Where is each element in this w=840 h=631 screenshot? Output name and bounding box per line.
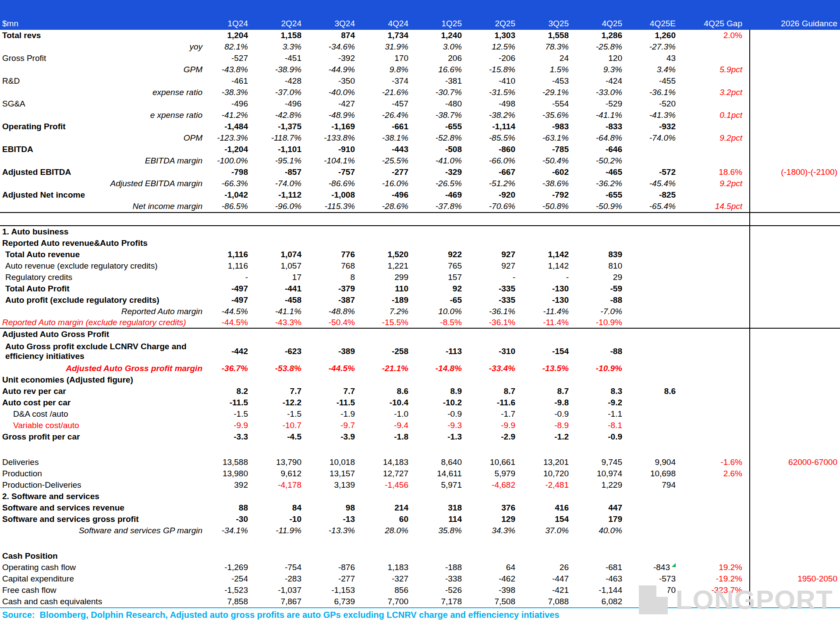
cell-value: -825 <box>659 190 676 199</box>
gap-cell: 5.9pct <box>687 65 749 74</box>
value-cell: -11.9% <box>259 526 313 535</box>
cell-value: -1,008 <box>331 190 355 199</box>
cell-value: 13,980 <box>223 469 248 478</box>
cell-value: 927 <box>501 250 515 259</box>
cell-value: -1.9 <box>340 409 355 418</box>
cell-value: 1,204 <box>227 31 248 40</box>
table-row: Regulatory credits-178299157--29 <box>0 272 840 283</box>
cell-value: -63.1% <box>542 133 569 142</box>
cell-value: 154 <box>555 514 569 524</box>
value-cell: -96.0% <box>259 202 313 211</box>
table-row: Auto rev per car8.27.77.78.68.98.78.78.3… <box>0 386 840 397</box>
value-cell: -88 <box>580 295 634 305</box>
cell-value: -602 <box>552 167 569 177</box>
table-row: Net income margin-86.5%-96.0%-115.3%-28.… <box>0 201 840 212</box>
cell-value: -9.2 <box>608 398 622 407</box>
cell-value: 8.6 <box>397 386 408 396</box>
table-row: Operating Profit-1,484-1,375-1,169-661-6… <box>0 121 840 132</box>
value-cell: 35.8% <box>420 526 473 535</box>
cell-value: 157 <box>448 273 462 282</box>
value-cell: -0.9 <box>527 409 580 419</box>
cell-value: -44.9% <box>329 65 355 74</box>
cell-value: -34.1% <box>222 526 248 535</box>
value-cell: -421 <box>527 585 580 595</box>
value-cell: -497 <box>206 284 259 294</box>
value-cell: -1,456 <box>366 480 420 490</box>
value-cell: -910 <box>313 145 366 154</box>
cell-value: -381 <box>445 76 462 85</box>
cell-value: -1,112 <box>278 190 301 199</box>
cell-value: 9.8% <box>390 65 408 74</box>
cell-value: -1.2 <box>554 432 569 441</box>
cell-value: 447 <box>608 503 622 512</box>
column-header: 2Q24 <box>259 19 313 28</box>
value-cell: -50.9% <box>580 202 634 211</box>
cell-value: 12.5% <box>492 42 515 51</box>
cell-value: 1,240 <box>441 31 462 40</box>
cell-value: -798 <box>231 167 248 177</box>
cell-value: -9.4 <box>394 421 408 430</box>
cell-value: -338 <box>445 574 462 583</box>
cell-value: -258 <box>392 347 408 356</box>
table-row: Reported Auto margin-44.5%-41.1%-48.8%7.… <box>0 306 840 317</box>
value-cell: -508 <box>420 145 473 154</box>
table-row: SG&A-496-496-427-457-480-498-554-529-520 <box>0 98 840 110</box>
value-cell: -50.4% <box>313 318 366 327</box>
row-label: Reported Auto margin (exclude regulatory… <box>0 318 206 327</box>
cell-value: 3,139 <box>334 480 355 489</box>
table-row: 2. Software and services <box>0 491 840 502</box>
value-cell: 110 <box>366 284 420 294</box>
cell-value: -667 <box>499 167 515 177</box>
cell-value: 1,142 <box>548 250 569 259</box>
value-cell: 92 <box>420 284 473 294</box>
table-row: Software and services gross profit-30-10… <box>0 514 840 525</box>
table-row: 1. Auto business <box>0 226 840 238</box>
row-label: Adjusted Auto Gross Profit <box>0 330 206 339</box>
cell-value: -36.1% <box>489 318 515 327</box>
row-label: Adjusted EBITDA margin <box>0 179 206 188</box>
cell-value: -497 <box>231 284 248 293</box>
cell-value: 9,745 <box>601 457 622 467</box>
value-cell: -681 <box>580 563 634 572</box>
value-cell: -327 <box>366 574 420 584</box>
value-cell: -38.9% <box>259 65 313 74</box>
gap-cell: 19.2% <box>687 563 749 572</box>
cell-value: -36.1% <box>489 307 515 316</box>
row-label: Operating cash flow <box>0 563 206 572</box>
value-cell: 392 <box>206 480 259 490</box>
cell-value: 794 <box>662 480 676 489</box>
cell-value: 1,303 <box>494 31 515 40</box>
value-cell: -463 <box>580 574 634 584</box>
row-label: Software and services revenue <box>0 503 206 513</box>
cell-value: -428 <box>285 76 301 85</box>
cell-value: -1,456 <box>385 480 408 489</box>
cell-value: 8.6 <box>664 386 676 396</box>
column-header: 4Q25 Gap <box>687 19 749 28</box>
cell-value: -100.0% <box>217 156 248 165</box>
cell-value: 13,201 <box>543 457 569 467</box>
value-cell: 7,700 <box>366 597 420 606</box>
cell-value: -1.5 <box>234 409 248 418</box>
value-cell: -258 <box>366 347 420 356</box>
value-cell: -15.8% <box>473 65 527 74</box>
value-cell: 8.9 <box>420 386 473 396</box>
cell-value: -42.8% <box>275 110 301 120</box>
value-cell: 9.8% <box>366 65 420 74</box>
value-cell: 1,142 <box>527 261 580 271</box>
row-label: Gross Profit <box>0 53 206 63</box>
cell-value: -44.5% <box>329 364 355 373</box>
cell-value: -0.9 <box>447 409 462 418</box>
cell-value: 60 <box>399 514 408 524</box>
table-row: Adjusted Net income-1,042-1,112-1,008-49… <box>0 189 840 201</box>
table-row: Variable cost/auto-9.9-10.7-9.7-9.4-9.3-… <box>0 420 840 431</box>
cell-value: -462 <box>499 574 515 583</box>
cell-value: -1.5 <box>287 409 301 418</box>
cell-value: 129 <box>501 514 515 524</box>
guidance-cell: 1950-2050 <box>749 574 840 584</box>
value-cell: -792 <box>527 190 580 200</box>
value-cell: -1.5 <box>259 409 313 419</box>
value-cell: 3,139 <box>313 480 366 490</box>
value-cell: -41.1% <box>580 110 634 120</box>
value-cell: -254 <box>206 574 259 584</box>
value-cell: -11.4% <box>527 307 580 316</box>
